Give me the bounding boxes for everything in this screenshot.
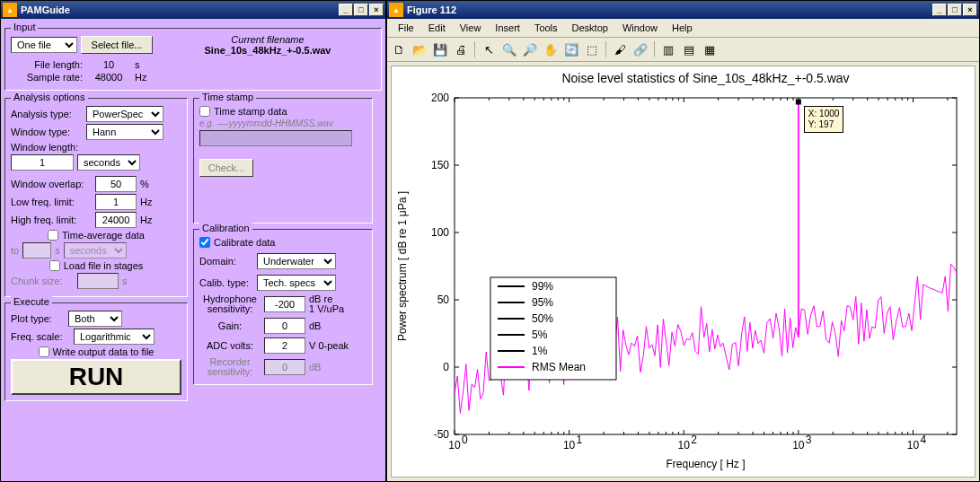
svg-text:-50: -50: [434, 428, 450, 441]
menu-edit[interactable]: Edit: [421, 21, 453, 35]
load-stages-checkbox[interactable]: Load file in stages: [49, 260, 144, 271]
window-overlap-input[interactable]: [95, 176, 137, 192]
window-overlap-label: Window overlap:: [11, 179, 92, 189]
menu-view[interactable]: View: [453, 21, 489, 35]
fig-title: Figure 112: [407, 4, 456, 15]
recorder-input: [264, 359, 305, 375]
grid-icon[interactable]: ▦: [700, 39, 720, 59]
run-button[interactable]: RUN: [11, 359, 181, 395]
brush-icon[interactable]: 🖌: [610, 39, 630, 59]
high-freq-unit: Hz: [140, 215, 152, 225]
svg-text:4: 4: [920, 434, 926, 446]
menu-window[interactable]: Window: [615, 21, 665, 35]
analysis-legend: Analysis options: [11, 92, 88, 102]
window-type-label: Window type:: [11, 127, 83, 137]
write-output-checkbox[interactable]: Write output data to file: [39, 346, 155, 357]
analysis-type-label: Analysis type:: [11, 109, 83, 119]
plot-type-label: Plot type:: [11, 313, 65, 324]
timestamp-checkbox[interactable]: Time stamp data: [199, 106, 287, 117]
svg-text:10: 10: [792, 439, 805, 451]
domain-label: Domain:: [199, 256, 253, 267]
analysis-type-select[interactable]: PowerSpec: [86, 106, 163, 122]
window-length-label: Window length:: [11, 142, 78, 153]
execute-group: Execute Plot type:Both Freq. scale:Logar…: [4, 302, 188, 401]
adc-input[interactable]: [264, 337, 305, 354]
ta-unit-select: seconds: [64, 242, 127, 259]
window-length-input[interactable]: [11, 154, 74, 171]
current-filename-label: Current filename: [160, 34, 375, 45]
chunk-size-input: [77, 273, 119, 289]
colorbar-icon[interactable]: ▥: [658, 39, 678, 59]
svg-rect-0: [455, 98, 957, 434]
zoom-out-icon[interactable]: 🔎: [520, 39, 540, 59]
hydro-unit-2: 1 V/uPa: [309, 304, 344, 314]
svg-text:1%: 1%: [532, 345, 548, 357]
gain-input[interactable]: [264, 318, 305, 334]
legend-icon[interactable]: ▤: [679, 39, 699, 59]
svg-text:95%: 95%: [532, 296, 553, 309]
high-freq-label: High freq. limit:: [11, 215, 92, 225]
sample-rate-value: 48000: [86, 72, 131, 83]
hydro-input[interactable]: [264, 296, 305, 312]
adc-unit: V 0-peak: [309, 340, 349, 351]
menu-desktop[interactable]: Desktop: [565, 21, 615, 35]
toolbar: 🗋📂💾🖨↖🔍🔎✋🔄⬚🖌🔗▥▤▦: [387, 38, 979, 62]
close-button[interactable]: ×: [369, 4, 384, 16]
low-freq-input[interactable]: [95, 194, 137, 210]
fig-close-button[interactable]: ×: [963, 4, 977, 16]
calibrate-checkbox[interactable]: Calibrate data: [199, 237, 276, 248]
sample-rate-label: Sample rate:: [11, 72, 83, 83]
menu-help[interactable]: Help: [665, 21, 700, 35]
link-icon[interactable]: 🔗: [631, 39, 650, 59]
svg-text:Noise level statistics of Sine: Noise level statistics of Sine_10s_48kHz…: [561, 71, 849, 85]
svg-text:10: 10: [448, 439, 461, 451]
adc-label: ADC volts:: [199, 340, 260, 351]
calibration-legend: Calibration: [199, 223, 252, 233]
calib-type-select[interactable]: Tech. specs: [257, 275, 336, 291]
menu-tools[interactable]: Tools: [527, 21, 565, 35]
pan-icon[interactable]: ✋: [541, 39, 561, 59]
menu-file[interactable]: File: [391, 21, 421, 35]
svg-text:200: 200: [431, 92, 449, 104]
arrow-icon[interactable]: ↖: [479, 39, 499, 59]
svg-text:10: 10: [563, 439, 576, 451]
menu-insert[interactable]: Insert: [488, 21, 527, 35]
window-length-unit[interactable]: seconds: [77, 154, 140, 171]
source-select[interactable]: One file: [11, 37, 77, 53]
svg-text:Power spectrum [ dB re 1 μPa ]: Power spectrum [ dB re 1 μPa ]: [396, 191, 409, 341]
fig-max-button[interactable]: □: [948, 4, 962, 16]
max-button[interactable]: □: [354, 4, 368, 16]
svg-text:RMS Mean: RMS Mean: [532, 361, 586, 373]
rotate-icon[interactable]: 🔄: [561, 39, 581, 59]
zoom-in-icon[interactable]: 🔍: [499, 39, 519, 59]
svg-text:50%: 50%: [532, 312, 553, 325]
menubar: FileEditViewInsertToolsDesktopWindowHelp: [387, 19, 979, 38]
svg-text:0: 0: [462, 434, 468, 446]
file-length-label: File length:: [11, 59, 83, 70]
select-file-button[interactable]: Select file...: [81, 36, 153, 54]
sample-rate-unit: Hz: [135, 72, 146, 83]
time-average-checkbox[interactable]: Time-average data: [48, 230, 145, 241]
fig-min-button[interactable]: _: [932, 4, 947, 16]
execute-legend: Execute: [11, 296, 52, 307]
pam-titlebar: ▲ PAMGuide _ □ ×: [1, 1, 385, 19]
calib-type-label: Calib. type:: [199, 277, 253, 288]
open-icon[interactable]: 📂: [410, 39, 429, 59]
min-button[interactable]: _: [339, 4, 353, 16]
print-icon[interactable]: 🖨: [451, 39, 471, 59]
domain-select[interactable]: Underwater: [257, 253, 336, 269]
window-type-select[interactable]: Hann: [86, 124, 163, 140]
plot-area: -50050100150200100101102103104Noise leve…: [391, 66, 976, 478]
new-icon[interactable]: 🗋: [389, 39, 409, 59]
cursor-icon[interactable]: ⬚: [582, 39, 602, 59]
fig-icon: ▲: [389, 3, 403, 17]
svg-text:10: 10: [678, 439, 691, 451]
plot-type-select[interactable]: Both: [68, 311, 122, 327]
timestamp-hint: e.g. ----yyyymmdd-HHMMSS.wav: [199, 118, 333, 128]
freq-scale-select[interactable]: Logarithmic: [74, 329, 155, 345]
svg-text:0: 0: [443, 361, 449, 373]
save-icon[interactable]: 💾: [430, 39, 450, 59]
ta-to-input: [22, 242, 51, 259]
high-freq-input[interactable]: [95, 212, 137, 228]
window-overlap-unit: %: [140, 179, 149, 189]
